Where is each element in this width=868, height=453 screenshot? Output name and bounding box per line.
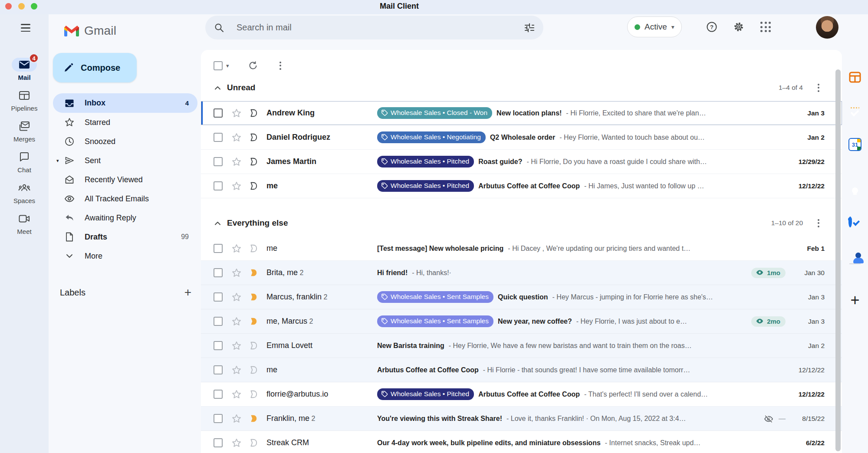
collapse-section-icon[interactable] xyxy=(211,217,224,229)
streak-box-icon[interactable] xyxy=(249,244,258,253)
email-row[interactable]: meArbutus Coffee at Coffee Coop- Hi Flor… xyxy=(201,358,842,382)
search-icon[interactable] xyxy=(209,17,230,38)
select-dropdown-icon[interactable]: ▾ xyxy=(226,62,229,69)
row-checkbox[interactable] xyxy=(214,108,223,118)
section-more-icon[interactable] xyxy=(816,217,821,229)
row-checkbox[interactable] xyxy=(214,365,223,374)
rail-item-chat[interactable]: Chat xyxy=(0,150,49,174)
calendar-icon[interactable]: 31 xyxy=(848,138,861,151)
add-label-button[interactable]: + xyxy=(184,286,191,299)
rail-item-meet[interactable]: Meet xyxy=(0,212,49,235)
star-icon[interactable] xyxy=(232,414,241,423)
row-checkbox[interactable] xyxy=(214,317,223,326)
email-row[interactable]: florrie@arbutus.ioWholesale Sales • Pitc… xyxy=(201,382,842,407)
help-icon[interactable]: ? xyxy=(701,16,722,37)
email-row[interactable]: Brita, me 2Hi friend!- Hi, thanks!·1moJa… xyxy=(201,261,842,285)
streak-box-icon[interactable] xyxy=(249,292,258,302)
rail-item-mail[interactable]: 4 Mail xyxy=(0,58,49,81)
streak-box-icon[interactable] xyxy=(249,157,258,166)
sidebar-item-sent[interactable]: ▾ Sent xyxy=(53,151,197,170)
streak-box-icon[interactable] xyxy=(249,341,258,350)
section-more-icon[interactable] xyxy=(816,82,821,94)
row-checkbox[interactable] xyxy=(214,268,223,277)
streak-box-icon[interactable] xyxy=(249,181,258,190)
star-icon[interactable] xyxy=(232,157,241,167)
streak-box-icon[interactable] xyxy=(249,438,258,447)
streak-box-icon[interactable] xyxy=(249,317,258,326)
email-row[interactable]: me[Test message] New wholesale pricing- … xyxy=(201,236,842,261)
tasks-icon[interactable] xyxy=(848,217,852,227)
email-row[interactable]: meWholesale Sales • PitchedArbutus Coffe… xyxy=(201,174,842,198)
row-checkbox[interactable] xyxy=(214,157,223,166)
pipeline-stage-tag[interactable]: Wholesale Sales • Pitched xyxy=(377,180,474,192)
sidebar-item-all-tracked-emails[interactable]: All Tracked Emails xyxy=(53,189,197,208)
sidebar-item-snoozed[interactable]: Snoozed xyxy=(53,132,197,151)
add-addon-button[interactable]: + xyxy=(848,292,862,309)
compose-button[interactable]: Compose xyxy=(53,53,137,82)
pipeline-stage-tag[interactable]: Wholesale Sales • Pitched xyxy=(377,388,474,400)
row-checkbox[interactable] xyxy=(214,390,223,399)
refresh-icon[interactable] xyxy=(248,61,258,70)
sidebar-item-inbox[interactable]: Inbox 4 xyxy=(53,93,197,113)
sidebar-item-starred[interactable]: Starred xyxy=(53,113,197,132)
sender: Andrew King xyxy=(266,108,377,118)
collapse-section-icon[interactable] xyxy=(211,82,224,94)
star-icon[interactable] xyxy=(232,317,241,326)
pipeline-stage-tag[interactable]: Wholesale Sales • Pitched xyxy=(377,156,474,167)
star-icon[interactable] xyxy=(232,292,241,302)
row-checkbox[interactable] xyxy=(214,181,223,190)
sidebar-item-awaiting-reply[interactable]: Awaiting Reply xyxy=(53,208,197,227)
streak-box-icon[interactable] xyxy=(249,390,258,399)
streak-pipelines-icon[interactable] xyxy=(848,71,861,84)
star-icon[interactable] xyxy=(232,341,241,351)
star-icon[interactable] xyxy=(232,365,241,375)
search-filters-icon[interactable] xyxy=(519,17,540,38)
rail-item-merges[interactable]: Merges xyxy=(0,119,49,143)
apps-grid-icon[interactable] xyxy=(755,16,776,37)
star-icon[interactable] xyxy=(232,438,241,448)
list-scrollbar[interactable] xyxy=(835,69,841,451)
search-input[interactable] xyxy=(236,22,519,33)
sidebar-item-more[interactable]: More xyxy=(53,246,197,266)
email-row[interactable]: Streak CRMOur 4-day work week, bulk pipe… xyxy=(201,431,842,453)
email-row[interactable]: me, Marcus 2Wholesale Sales • Sent Sampl… xyxy=(201,309,842,334)
star-icon[interactable] xyxy=(232,390,241,399)
sidebar-item-drafts[interactable]: Drafts 99 xyxy=(53,227,197,246)
row-checkbox[interactable] xyxy=(214,341,223,350)
streak-box-icon[interactable] xyxy=(249,133,258,142)
email-row[interactable]: Andrew KingWholesale Sales • Closed - Wo… xyxy=(201,101,842,125)
email-row[interactable]: Emma LovettNew Barista training- Hey Flo… xyxy=(201,334,842,358)
pipeline-stage-tag[interactable]: Wholesale Sales • Closed - Won xyxy=(377,107,492,119)
more-options-icon[interactable] xyxy=(278,60,283,72)
row-checkbox[interactable] xyxy=(214,292,223,302)
search-bar[interactable] xyxy=(205,16,543,39)
select-all-checkbox[interactable] xyxy=(214,61,223,70)
pipeline-stage-tag[interactable]: Wholesale Sales • Sent Samples xyxy=(377,291,493,303)
settings-gear-icon[interactable] xyxy=(728,16,749,37)
pipeline-stage-tag[interactable]: Wholesale Sales • Negotiating xyxy=(377,131,486,143)
streak-box-icon[interactable] xyxy=(249,268,258,277)
star-icon[interactable] xyxy=(232,268,241,278)
email-row[interactable]: Franklin, me 2You're viewing this with S… xyxy=(201,407,842,431)
rail-item-pipelines[interactable]: Pipelines xyxy=(0,89,49,112)
expand-caret-icon[interactable]: ▾ xyxy=(56,158,59,164)
streak-box-icon[interactable] xyxy=(249,108,258,118)
star-icon[interactable] xyxy=(232,244,241,253)
star-icon[interactable] xyxy=(232,181,241,191)
row-checkbox[interactable] xyxy=(214,438,223,447)
account-avatar[interactable] xyxy=(816,16,838,39)
email-row[interactable]: Daniel RodriguezWholesale Sales • Negoti… xyxy=(201,125,842,150)
row-checkbox[interactable] xyxy=(214,244,223,253)
star-icon[interactable] xyxy=(232,133,241,142)
sidebar-item-recently-viewed[interactable]: Recently Viewed xyxy=(53,170,197,189)
star-icon[interactable] xyxy=(232,108,241,118)
rail-item-spaces[interactable]: Spaces xyxy=(0,181,49,204)
email-row[interactable]: Marcus, franklin 2Wholesale Sales • Sent… xyxy=(201,285,842,309)
row-checkbox[interactable] xyxy=(214,414,223,423)
pipeline-stage-tag[interactable]: Wholesale Sales • Sent Samples xyxy=(377,315,493,327)
status-selector[interactable]: Active ▾ xyxy=(627,16,682,37)
streak-box-icon[interactable] xyxy=(249,414,258,423)
row-checkbox[interactable] xyxy=(214,133,223,142)
email-row[interactable]: James MartinWholesale Sales • PitchedRoa… xyxy=(201,150,842,174)
streak-box-icon[interactable] xyxy=(249,365,258,374)
